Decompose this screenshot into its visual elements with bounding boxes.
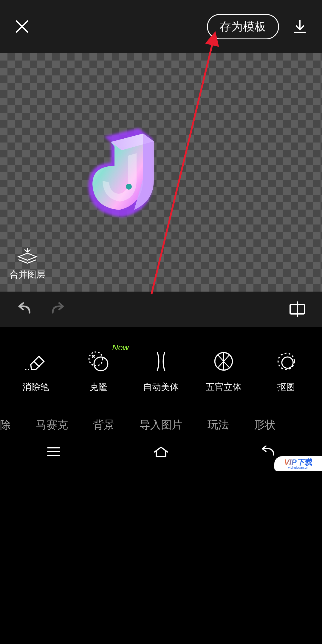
compare-split-icon (288, 300, 306, 318)
nav-back-button[interactable] (258, 444, 279, 459)
svg-marker-5 (18, 253, 36, 260)
compare-button[interactable] (287, 299, 308, 320)
undo-icon (17, 301, 33, 317)
download-button[interactable] (291, 18, 309, 35)
eraser-icon (23, 349, 48, 374)
editor-canvas[interactable]: 合并图层 (0, 53, 322, 292)
watermark-url: viphuiyuan.cn (288, 466, 308, 469)
tab-play[interactable]: 玩法 (195, 418, 242, 432)
body-icon (148, 349, 174, 374)
tool-label: 消除笔 (22, 381, 49, 393)
home-icon (152, 445, 170, 459)
undo-button[interactable] (14, 299, 35, 320)
tool-eraser[interactable]: 消除笔 (9, 349, 63, 393)
new-badge: New (112, 343, 129, 352)
tool-label: 自动美体 (143, 381, 179, 393)
tool-autobody[interactable]: 自动美体 (134, 349, 188, 393)
face3d-icon (211, 349, 236, 374)
nav-home-button[interactable] (151, 444, 171, 459)
top-bar: 存为模板 (0, 0, 322, 53)
svg-point-16 (282, 357, 293, 368)
svg-point-15 (278, 353, 295, 370)
tab-import[interactable]: 导入图片 (127, 418, 195, 432)
nav-menu-button[interactable] (43, 444, 64, 459)
svg-point-4 (126, 184, 132, 190)
tool-label: 五官立体 (206, 381, 242, 393)
download-icon (292, 19, 308, 34)
tool-row: 消除笔 New 克隆 自动美体 五官立 (0, 343, 322, 408)
merge-layers-icon (16, 247, 39, 265)
tool-clone[interactable]: New 克隆 (72, 349, 125, 393)
close-icon (14, 19, 30, 34)
close-button[interactable] (13, 18, 31, 35)
tool-label: 抠图 (277, 381, 295, 393)
watermark: VIP下载 viphuiyuan.cn (274, 456, 322, 471)
tool-cutout[interactable]: 抠图 (259, 349, 313, 393)
tab-remove-partial[interactable]: 除 (0, 418, 23, 432)
tab-background[interactable]: 背景 (80, 418, 127, 432)
history-strip (0, 292, 322, 327)
tab-mosaic[interactable]: 马赛克 (23, 418, 80, 432)
watermark-brand: VIP下载 (284, 458, 312, 466)
system-nav-bar (0, 438, 322, 465)
redo-icon (49, 301, 66, 317)
menu-icon (45, 445, 63, 459)
svg-point-10 (94, 357, 108, 371)
category-tab-strip[interactable]: 除 马赛克 背景 导入图片 玩法 形状 (0, 411, 322, 438)
tab-shape[interactable]: 形状 (242, 418, 288, 432)
canvas-image[interactable] (83, 125, 167, 220)
back-icon (259, 445, 277, 459)
save-as-template-button[interactable]: 存为模板 (207, 14, 279, 39)
tool-label: 克隆 (89, 381, 107, 393)
tool-face3d[interactable]: 五官立体 (197, 349, 250, 393)
merge-layers-label: 合并图层 (10, 269, 45, 281)
svg-line-9 (34, 361, 40, 367)
cutout-icon (274, 349, 299, 374)
redo-button[interactable] (47, 299, 68, 320)
merge-layers-button[interactable]: 合并图层 (10, 247, 45, 281)
clone-icon (86, 349, 111, 374)
